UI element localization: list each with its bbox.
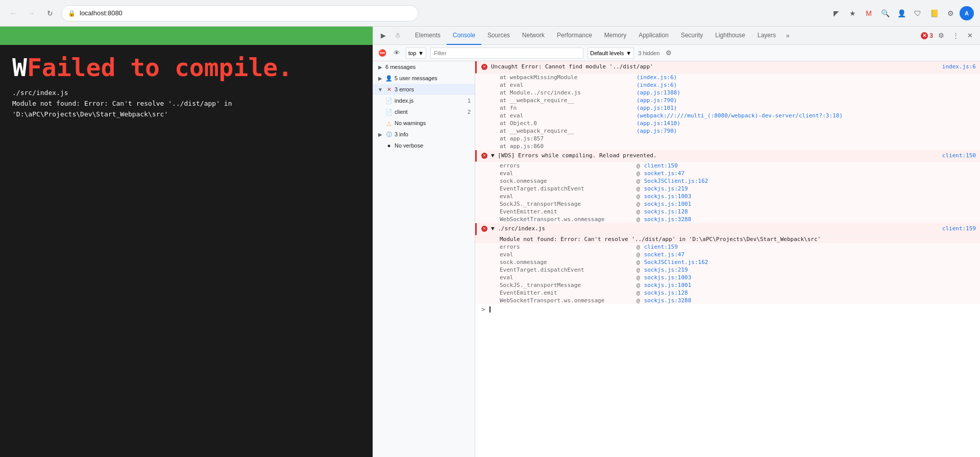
stack-loc[interactable]: sockjs.js:1003 <box>644 274 692 281</box>
stack-loc[interactable]: (app.js:101) <box>636 105 677 111</box>
devtools-close-button[interactable]: ✕ <box>964 30 976 42</box>
stack-loc[interactable]: (index.js:6) <box>636 82 677 88</box>
file-icon: 📄 <box>385 97 393 104</box>
devtools-more-button[interactable]: ⋮ <box>949 30 962 42</box>
stack-loc[interactable]: sockjs.js:1003 <box>644 193 692 200</box>
devtools-panel: ▶ ☃ Elements Console Sources Network Per… <box>373 27 980 457</box>
error-file: ./src/index.js Module not found: Error: … <box>12 88 360 119</box>
shield-button[interactable]: 🛡 <box>911 6 925 20</box>
stack-loc[interactable]: client:159 <box>644 244 678 250</box>
error-count: 3 <box>929 32 933 39</box>
stack-loc[interactable]: (app.js:790) <box>636 128 677 134</box>
stack-loc[interactable]: (app.js:1388) <box>636 89 680 96</box>
sidebar-item-info[interactable]: ▶ ⓘ 3 info <box>373 129 475 140</box>
warnings-icon: △ <box>385 119 393 127</box>
forward-button[interactable]: → <box>24 6 39 20</box>
console-log-area: ✕ index.js:6 Uncaught Error: Cannot find… <box>475 61 980 457</box>
context-selector[interactable]: top ▼ <box>406 47 426 59</box>
sidebar-label: 3 errors <box>395 86 414 92</box>
console-eye-button[interactable]: 👁 <box>391 48 402 58</box>
stack-loc[interactable]: socket.js:47 <box>644 251 684 258</box>
device-toolbar-button[interactable]: ☃ <box>391 30 404 42</box>
puzzle-button[interactable]: ⚙ <box>943 6 958 20</box>
stack-loc[interactable]: sockjs.js:219 <box>644 185 688 192</box>
stack-loc[interactable]: (index.js:6) <box>636 74 677 81</box>
tab-memory[interactable]: Memory <box>598 27 632 45</box>
stack-loc[interactable]: (app.js:1410) <box>636 120 680 127</box>
stack-fn: at fn <box>500 105 632 111</box>
pocket-button[interactable]: 📒 <box>927 6 941 20</box>
stack-at: @ <box>636 193 640 200</box>
profile-avatar[interactable]: A <box>960 6 974 20</box>
console-clear-button[interactable]: ⛔ <box>377 48 387 58</box>
cast-button[interactable]: ◤ <box>829 6 843 20</box>
stack-row: eval @ sockjs.js:1003 <box>475 274 980 281</box>
tab-performance[interactable]: Performance <box>551 27 598 45</box>
file-icon: 📄 <box>385 108 393 115</box>
sidebar-item-all-messages[interactable]: ▶ 6 messages <box>373 61 475 73</box>
console-body: ▶ 6 messages ▶ 👤 5 user messages ▼ ✕ 3 e… <box>373 61 980 457</box>
stack-fn: at Object.0 <box>500 120 632 127</box>
stack-loc[interactable]: sockjs.js:1001 <box>644 201 692 207</box>
console-filter-input[interactable] <box>430 47 583 59</box>
tab-lighthouse[interactable]: Lighthouse <box>709 27 751 45</box>
tab-sources[interactable]: Sources <box>481 27 516 45</box>
console-settings-button[interactable]: ⚙ <box>664 48 674 58</box>
back-button[interactable]: ← <box>6 6 20 20</box>
log-line-ref[interactable]: client:150 <box>942 152 976 160</box>
reload-button[interactable]: ↻ <box>43 6 57 20</box>
stack-loc[interactable]: (webpack://:///multi_(:8080/webpack)-dev… <box>636 112 843 119</box>
stack-loc[interactable]: SockJSClient.js:162 <box>644 259 708 266</box>
stack-fn: at app.js:857 <box>500 135 632 142</box>
sidebar-item-errors[interactable]: ▼ ✕ 3 errors <box>373 84 475 95</box>
file-count: 2 <box>468 109 471 115</box>
tab-elements[interactable]: Elements <box>409 27 447 45</box>
stack-row: SockJS._transportMessage @ sockjs.js:100… <box>475 200 980 208</box>
user-button[interactable]: 👤 <box>894 6 909 20</box>
stack-row: EventTarget.dispatchEvent @ sockjs.js:21… <box>475 185 980 193</box>
bookmark-button[interactable]: ★ <box>845 6 860 20</box>
inspect-element-button[interactable]: ▶ <box>377 30 389 42</box>
error-icon: ✕ <box>481 63 488 70</box>
more-tabs-button[interactable]: » <box>782 27 794 45</box>
stack-loc[interactable]: (app.js:790) <box>636 97 677 104</box>
stack-loc[interactable]: client:150 <box>644 162 678 169</box>
stack-row: errors @ client:159 <box>475 243 980 251</box>
error-circle: ✕ <box>481 64 487 70</box>
tab-security[interactable]: Security <box>675 27 709 45</box>
stack-fn: EventEmitter.emit <box>500 290 632 296</box>
console-input-row[interactable]: > <box>475 304 980 315</box>
stack-fn: at __webpack_require__ <box>500 128 632 134</box>
sidebar-item-client[interactable]: 📄 client 2 <box>373 106 475 117</box>
url-text: localhost:8080 <box>80 9 122 17</box>
stack-loc[interactable]: sockjs.js:128 <box>644 208 688 215</box>
stack-loc[interactable]: socket.js:47 <box>644 170 684 177</box>
tab-network[interactable]: Network <box>516 27 551 45</box>
stack-loc[interactable]: sockjs.js:3288 <box>644 297 692 304</box>
sidebar-item-warnings[interactable]: △ No warnings <box>373 117 475 129</box>
address-bar[interactable]: 🔒 localhost:8080 <box>61 5 419 21</box>
console-cursor <box>489 306 491 312</box>
stack-fn: WebSocketTransport.ws.onmessage <box>500 297 632 304</box>
sidebar-item-indexjs[interactable]: 📄 index.js 1 <box>373 95 475 106</box>
stack-loc[interactable]: sockjs.js:219 <box>644 267 688 273</box>
error-file-path: ./src/index.js <box>12 88 360 99</box>
log-line-ref[interactable]: index.js:6 <box>942 63 976 71</box>
log-line-ref[interactable]: client:159 <box>942 225 976 233</box>
stack-loc[interactable]: sockjs.js:128 <box>644 290 688 296</box>
tab-console[interactable]: Console <box>447 27 481 45</box>
devtools-settings-button[interactable]: ⚙ <box>935 30 947 42</box>
stack-loc[interactable]: sockjs.js:3288 <box>644 216 692 223</box>
sidebar-item-user-messages[interactable]: ▶ 👤 5 user messages <box>373 73 475 84</box>
stack-at: @ <box>636 259 640 266</box>
tab-application[interactable]: Application <box>632 27 675 45</box>
stack-fn: at Module../src/index.js <box>500 89 632 96</box>
sidebar-item-verbose[interactable]: ● No verbose <box>373 140 475 151</box>
levels-selector[interactable]: Default levels ▼ <box>587 47 634 59</box>
tab-layers[interactable]: Layers <box>751 27 782 45</box>
stack-loc[interactable]: sockjs.js:1001 <box>644 282 692 288</box>
stack-loc[interactable]: SockJSClient.js:162 <box>644 178 708 184</box>
search-button[interactable]: 🔍 <box>878 6 892 20</box>
gmail-icon[interactable]: M <box>862 6 876 20</box>
log-text: ▼ ./src/index.js <box>491 225 545 232</box>
